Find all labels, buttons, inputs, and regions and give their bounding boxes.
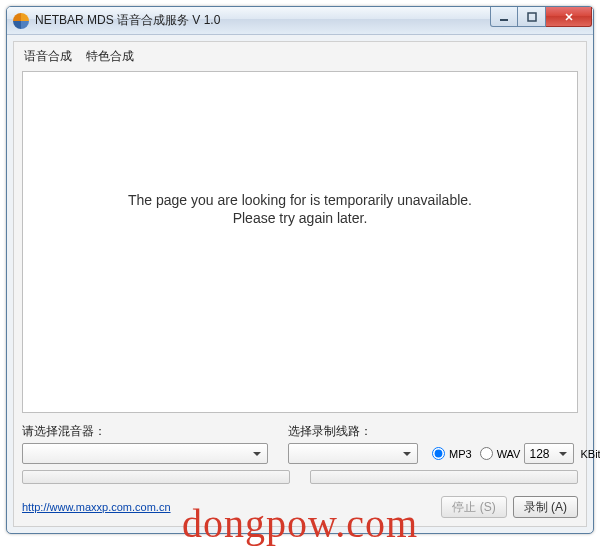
menu-bar: 语音合成 特色合成: [22, 48, 578, 71]
svg-rect-0: [500, 19, 508, 21]
maximize-icon: [527, 12, 537, 22]
progress-row: [22, 470, 578, 484]
progress-bar-left: [22, 470, 290, 484]
content-panel: The page you are looking for is temporar…: [22, 71, 578, 413]
svg-rect-1: [528, 13, 536, 21]
error-message-line1: The page you are looking for is temporar…: [128, 192, 472, 208]
app-window: NETBAR MDS 语音合成服务 V 1.0 语音合成 特色合成 The pa…: [6, 6, 594, 534]
close-icon: [564, 12, 574, 22]
radio-mp3-label: MP3: [449, 448, 472, 460]
minimize-icon: [499, 12, 509, 22]
mixer-column: 请选择混音器：: [22, 423, 268, 464]
record-button-label: 录制 (A): [524, 499, 567, 516]
close-button[interactable]: [546, 7, 592, 27]
bitrate-select[interactable]: 128: [524, 443, 574, 464]
radio-mp3[interactable]: MP3: [428, 447, 472, 460]
recording-line-select[interactable]: [288, 443, 418, 464]
radio-wav[interactable]: WAV: [476, 447, 521, 460]
mixer-select[interactable]: [22, 443, 268, 464]
recording-line-label: 选择录制线路：: [288, 423, 418, 440]
website-link[interactable]: http://www.maxxp.com.com.cn: [22, 501, 171, 513]
titlebar[interactable]: NETBAR MDS 语音合成服务 V 1.0: [7, 7, 593, 35]
mixer-label: 请选择混音器：: [22, 423, 268, 440]
progress-bar-right: [310, 470, 578, 484]
app-icon: [13, 13, 29, 29]
menu-voice-synth[interactable]: 语音合成: [24, 48, 72, 65]
stop-button-label: 停止 (S): [452, 499, 495, 516]
format-radios: MP3 WAV 128 KBit/s: [428, 443, 600, 464]
footer-row: http://www.maxxp.com.com.cn 停止 (S) 录制 (A…: [22, 496, 578, 518]
minimize-button[interactable]: [490, 7, 518, 27]
client-area: 语音合成 特色合成 The page you are looking for i…: [13, 41, 587, 527]
radio-wav-label: WAV: [497, 448, 521, 460]
bitrate-value: 128: [529, 447, 549, 461]
radio-mp3-input[interactable]: [432, 447, 445, 460]
radio-wav-input[interactable]: [480, 447, 493, 460]
menu-special-synth[interactable]: 特色合成: [86, 48, 134, 65]
maximize-button[interactable]: [518, 7, 546, 27]
bitrate-unit: KBit/s: [580, 448, 600, 460]
window-buttons: [490, 7, 592, 27]
record-button[interactable]: 录制 (A): [513, 496, 578, 518]
recording-line-column: 选择录制线路：: [288, 423, 418, 464]
error-message-line2: Please try again later.: [233, 210, 368, 226]
window-title: NETBAR MDS 语音合成服务 V 1.0: [35, 12, 490, 29]
stop-button[interactable]: 停止 (S): [441, 496, 506, 518]
options-row: 请选择混音器： 选择录制线路： MP3 WAV: [22, 423, 578, 464]
